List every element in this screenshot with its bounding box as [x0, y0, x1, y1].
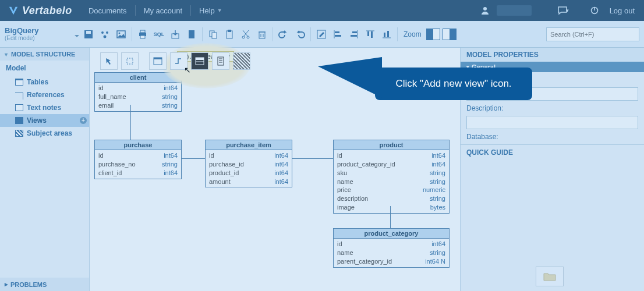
- delete-icon[interactable]: [254, 26, 270, 42]
- print-icon[interactable]: [135, 26, 151, 42]
- import-icon[interactable]: [167, 26, 183, 42]
- er-column: idint64: [98, 151, 178, 160]
- er-column: purchase_idint64: [209, 160, 288, 169]
- quick-guide-header[interactable]: QUICK GUIDE: [461, 144, 644, 160]
- brand-icon: [8, 5, 19, 16]
- layout-right-panel-toggle[interactable]: [443, 29, 457, 40]
- er-column: idint64: [337, 151, 445, 160]
- tree-text-notes[interactable]: Text notes: [0, 101, 89, 114]
- cut-icon[interactable]: [238, 26, 254, 42]
- user-icon[interactable]: [477, 2, 493, 19]
- svg-point-9: [119, 32, 121, 34]
- user-name-plate[interactable]: [497, 5, 532, 16]
- er-column: skustring: [337, 169, 445, 178]
- toolbar-separator: [132, 27, 132, 41]
- svg-rect-28: [335, 35, 341, 37]
- align-left-icon[interactable]: [330, 26, 346, 42]
- er-table-purchase[interactable]: purchase idint64purchase_nostringclient_…: [94, 140, 182, 179]
- undo-icon[interactable]: [275, 26, 292, 42]
- er-column: namestring: [337, 249, 445, 257]
- nav-documents-label: Documents: [89, 6, 127, 15]
- nav-my-account[interactable]: My account: [136, 0, 190, 21]
- marquee-tool-icon[interactable]: [121, 52, 139, 70]
- diagram-canvas[interactable]: (5) Add new view ↖ Click "Add new view" …: [90, 48, 460, 291]
- zoom-label: Zoom: [404, 30, 422, 38]
- search-input[interactable]: [546, 27, 639, 41]
- description-label: Description:: [466, 104, 638, 112]
- add-note-icon[interactable]: [212, 52, 229, 70]
- export-xml-icon[interactable]: [183, 26, 200, 42]
- logout-button[interactable]: Log out: [606, 6, 638, 15]
- svg-rect-40: [154, 58, 162, 59]
- chat-icon[interactable]: ▾: [555, 2, 571, 19]
- layout-left-panel-toggle[interactable]: [426, 29, 440, 40]
- svg-point-7: [104, 35, 107, 38]
- edit-square-icon[interactable]: [313, 26, 330, 42]
- svg-rect-12: [140, 36, 145, 38]
- share-icon[interactable]: [97, 26, 113, 42]
- toolbar-separator: [202, 27, 203, 41]
- model-root[interactable]: Model: [0, 61, 89, 76]
- save-icon[interactable]: [80, 26, 97, 42]
- add-subject-area-icon[interactable]: [233, 52, 250, 70]
- add-reference-icon[interactable]: [170, 52, 187, 70]
- pointer-tool-icon[interactable]: [100, 52, 118, 70]
- add-icon[interactable]: +: [80, 117, 87, 124]
- er-table-product[interactable]: product idint64product_category_idint64s…: [333, 140, 450, 214]
- toolbar-separator: [310, 27, 311, 41]
- left-panel: ▾MODEL STRUCTURE Model Tables References…: [0, 48, 90, 291]
- er-title: purchase: [95, 140, 181, 150]
- er-column: parent_category_idint64 N: [337, 257, 445, 266]
- er-column: purchase_nostring: [98, 160, 178, 169]
- er-title: product: [334, 140, 449, 150]
- align-top-icon[interactable]: [362, 26, 378, 42]
- chevron-down-icon: ▼: [217, 8, 222, 13]
- problems-header[interactable]: ▸PROBLEMS: [0, 278, 89, 291]
- svg-rect-14: [189, 30, 194, 38]
- er-table-product-category[interactable]: product_category idint64namestringparent…: [333, 228, 450, 268]
- model-description-input[interactable]: [466, 116, 638, 129]
- tree-subject-areas[interactable]: Subject areas: [0, 127, 89, 140]
- minimap-toggle[interactable]: [536, 267, 564, 286]
- model-name-dropdown[interactable]: BigQuery (Edit mode): [5, 27, 80, 41]
- add-view-icon[interactable]: [191, 52, 208, 70]
- image-icon[interactable]: [113, 26, 129, 42]
- brand-text: Vertabelo: [22, 5, 72, 17]
- power-icon: [586, 2, 603, 19]
- chevron-down-icon: ▾: [5, 51, 8, 58]
- redo-icon[interactable]: [292, 26, 308, 42]
- folder-icon: [543, 272, 556, 281]
- er-title: purchase_item: [206, 140, 292, 150]
- tree-tables[interactable]: Tables: [0, 76, 89, 88]
- nav-documents[interactable]: Documents: [80, 0, 135, 21]
- callout-text: Click "Add new view" icon.: [395, 78, 511, 89]
- nav-help[interactable]: Help▼: [191, 0, 231, 21]
- copy-icon[interactable]: [205, 26, 221, 42]
- svg-point-0: [483, 7, 487, 10]
- svg-rect-18: [228, 30, 231, 32]
- model-structure-title: MODEL STRUCTURE: [11, 51, 75, 58]
- er-connector: [182, 158, 205, 159]
- er-column: imagebytes: [337, 203, 445, 212]
- view-icon: [15, 117, 23, 124]
- er-table-client[interactable]: client idint64full_namestringemailstring: [94, 72, 182, 112]
- align-bottom-icon[interactable]: [378, 26, 395, 42]
- tree-views[interactable]: Views+: [0, 114, 89, 127]
- add-table-icon[interactable]: [149, 52, 167, 70]
- model-structure-header[interactable]: ▾MODEL STRUCTURE: [0, 48, 89, 61]
- svg-rect-4: [86, 31, 91, 34]
- tree-references[interactable]: References: [0, 88, 89, 101]
- er-column: full_namestring: [98, 93, 178, 101]
- paste-icon[interactable]: [221, 26, 238, 42]
- tree-areas-label: Subject areas: [27, 129, 72, 137]
- er-title: product_category: [334, 229, 449, 239]
- er-table-purchase-item[interactable]: purchase_item idint64purchase_idint64pro…: [205, 140, 292, 187]
- top-nav: Vertabelo Documents My account Help▼ ▾ L…: [0, 0, 644, 21]
- tree-references-label: References: [27, 91, 65, 99]
- er-columns: idint64purchase_idint64product_idint64am…: [206, 150, 292, 187]
- align-right-icon[interactable]: [346, 26, 362, 42]
- toolbar-separator: [397, 27, 398, 41]
- sql-icon[interactable]: SQL: [151, 26, 167, 42]
- brand-logo[interactable]: Vertabelo: [0, 5, 80, 17]
- subject-area-icon: [15, 130, 23, 137]
